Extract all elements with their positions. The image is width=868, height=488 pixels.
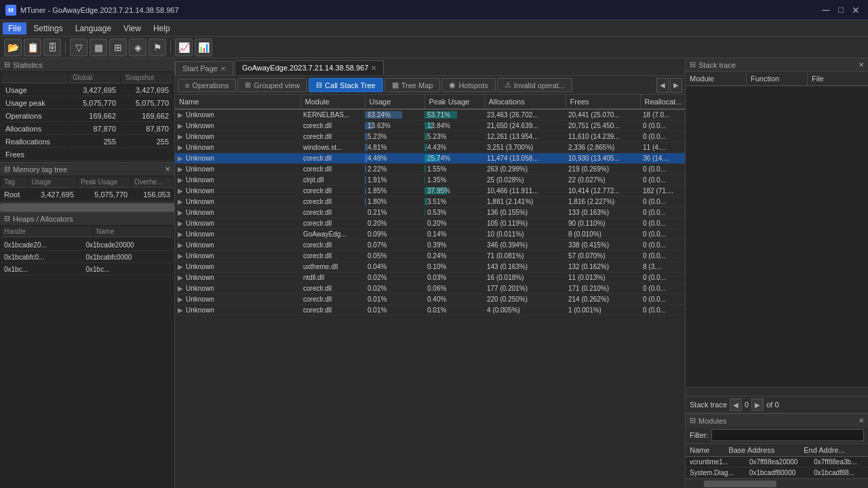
menu-settings[interactable]: Settings <box>28 22 68 35</box>
tab-main-file[interactable]: GoAwayEdge.2023.7.21.14.38.58.967 ✕ <box>235 60 384 75</box>
modules-filter-input[interactable] <box>711 429 865 441</box>
expand-arrow[interactable]: ▶ <box>178 230 186 238</box>
menu-file[interactable]: File <box>3 22 26 35</box>
stack-trace-next-btn[interactable]: ▶ <box>751 399 764 411</box>
tree-row[interactable]: ▶Unknown coreclr.dll 0.01% 0.40% 220 (0.… <box>175 294 685 305</box>
tag-scrollbar[interactable] <box>0 202 174 211</box>
tab-start-page[interactable]: Start Page ✕ <box>175 61 233 75</box>
navtab-call-stack-tree[interactable]: ⊟ Call Stack Tree <box>309 78 383 92</box>
expand-arrow[interactable]: ▶ <box>178 263 186 270</box>
tree-col-peak[interactable]: Peak Usage <box>425 95 484 109</box>
expand-arrow[interactable]: ▶ <box>178 122 186 129</box>
tree-row[interactable]: ▶Unknown coreclr.dll 0.02% 0.06% 177 (0.… <box>175 283 685 294</box>
expand-arrow[interactable]: ▶ <box>178 306 186 314</box>
filter-button[interactable]: ▽ <box>70 39 87 56</box>
tree-col-realloc[interactable]: Reallocat... <box>640 95 685 109</box>
st-col-module[interactable]: Module <box>686 72 747 85</box>
chart-line-button[interactable]: 📈 <box>175 39 193 56</box>
close-button[interactable]: ✕ <box>849 3 863 17</box>
tab-main-file-close[interactable]: ✕ <box>371 64 376 72</box>
tree-row[interactable]: ▶Unknown clrjit.dll 1.91% 1.35% 25 (0.02… <box>175 175 685 186</box>
tree-row[interactable]: ▶Unknown coreclr.dll 0.21% 0.53% 136 (0.… <box>175 207 685 218</box>
expand-arrow[interactable]: ▶ <box>178 241 186 249</box>
tree-row[interactable]: ▶Unknown ntdll.dll 0.02% 0.03% 16 (0.018… <box>175 272 685 283</box>
tree-row[interactable]: ▶Unknown coreclr.dll 2.22% 1.55% 263 (0.… <box>175 164 685 175</box>
grid-button[interactable]: ⊞ <box>109 39 127 56</box>
tab-start-page-close[interactable]: ✕ <box>220 65 226 73</box>
copy-button[interactable]: 📋 <box>24 39 41 56</box>
maximize-button[interactable]: □ <box>834 3 848 17</box>
table-button[interactable]: ▦ <box>90 39 107 56</box>
expand-arrow[interactable]: ▶ <box>178 296 186 303</box>
tree-row[interactable]: ▶Unknown coreclr.dll 1.80% 3.51% 1,881 (… <box>175 197 685 207</box>
module-row[interactable]: vcruntime1... 0x7ff88ea20000 0x7ff88ea3b… <box>686 457 868 468</box>
st-col-function[interactable]: Function <box>747 72 808 85</box>
modules-hscroll[interactable] <box>686 479 868 488</box>
expand-arrow[interactable]: ▶ <box>178 144 186 151</box>
expand-arrow[interactable]: ▶ <box>178 285 186 292</box>
tree-row[interactable]: ▶Unknown coreclr.dll 0.20% 0.20% 105 (0.… <box>175 218 685 229</box>
navtab-invalid-ops[interactable]: ⚠ Invalid operat... <box>497 78 572 92</box>
expand-arrow[interactable]: ▶ <box>178 155 186 162</box>
stack-trace-prev-btn[interactable]: ◀ <box>730 399 742 411</box>
statistics-header[interactable]: ⊟ Statistics <box>0 58 174 71</box>
tree-col-name[interactable]: Name <box>175 95 300 109</box>
tree-row[interactable]: ▶Unknown coreclr.dll 0.05% 0.24% 71 (0.0… <box>175 251 685 262</box>
tree-col-frees[interactable]: Frees <box>566 95 640 109</box>
modules-header[interactable]: ⊟ Modules ✕ <box>686 414 868 427</box>
heap-row[interactable]: 0x1bc... 0x1bc... <box>1 264 173 275</box>
expand-arrow[interactable]: ▶ <box>178 165 186 173</box>
module-row[interactable]: System.Diag... 0x1bcadf80000 0x1bcadf88.… <box>686 468 868 479</box>
tree-row[interactable]: ▶Unknown coreclr.dll 0.01% 0.01% 4 (0.00… <box>175 305 685 316</box>
modules-scroll[interactable]: vcruntime1... 0x7ff88ea20000 0x7ff88ea3b… <box>686 457 868 479</box>
expand-arrow[interactable]: ▶ <box>178 220 186 227</box>
expand-arrow[interactable]: ▶ <box>178 111 186 119</box>
heaps-header[interactable]: ⊟ Heaps / Allocators <box>0 212 174 225</box>
tree-row[interactable]: ▶Unknown coreclr.dll 4.48% 25.74% 11,474… <box>175 153 685 164</box>
modules-col-end[interactable]: End Addre... <box>800 444 868 457</box>
menu-view[interactable]: View <box>118 22 146 35</box>
heaps-scroll[interactable]: 0x1bcade20... 0x1bcade200000x1bcabfc0...… <box>0 239 174 488</box>
close-modules-icon[interactable]: ✕ <box>859 417 864 424</box>
navtab-tree-map[interactable]: ▦ Tree Map <box>384 78 441 92</box>
tree-row[interactable]: ▶Unknown uxtheme.dll 0.04% 0.10% 143 (0.… <box>175 262 685 272</box>
close-tag-tree-icon[interactable]: ✕ <box>165 165 170 173</box>
stack-trace-scrollbar[interactable] <box>686 387 868 396</box>
tree-row[interactable]: ▶Unknown coreclr.dll 5.23% 5.23% 12,261 … <box>175 131 685 142</box>
expand-arrow[interactable]: ▶ <box>178 133 186 140</box>
navtab-next-arrow[interactable]: ▶ <box>670 78 682 93</box>
navtab-hotspots[interactable]: ◉ Hotspots <box>441 78 495 92</box>
minimize-button[interactable]: ─ <box>819 3 833 17</box>
tag-row-root[interactable]: Root 3,427,695 5,075,770 156,053 <box>1 189 173 201</box>
flag-button[interactable]: ⚑ <box>149 39 166 56</box>
heap-row[interactable]: 0x1bcabfc0... 0x1bcabfc0000 <box>1 252 173 263</box>
navtab-operations[interactable]: ≡ Operations <box>178 79 236 92</box>
expand-arrow[interactable]: ▶ <box>178 176 186 184</box>
modules-col-name[interactable]: Name <box>686 444 724 457</box>
tree-row[interactable]: ▶Unknown coreclr.dll 1.85% 37.95% 10,466… <box>175 186 685 197</box>
database-button[interactable]: 🗄 <box>43 39 61 56</box>
tree-row[interactable]: ▶Unknown KERNELBAS... 63.24% 53.71% 23,4… <box>175 109 685 121</box>
navtab-grouped-view[interactable]: ⊞ Grouped view <box>237 78 307 92</box>
puzzle-button[interactable]: ◈ <box>129 39 146 56</box>
expand-arrow[interactable]: ▶ <box>178 252 186 260</box>
tree-row[interactable]: ▶Unknown windows.st... 4.81% 4.43% 3,251… <box>175 142 685 153</box>
tree-row[interactable]: ▶Unknown GoAwayEdg... 0.09% 0.14% 10 (0.… <box>175 229 685 240</box>
expand-arrow[interactable]: ▶ <box>178 274 186 281</box>
tree-row[interactable]: ▶Unknown coreclr.dll 0.07% 0.39% 346 (0.… <box>175 240 685 251</box>
close-stack-trace-icon[interactable]: ✕ <box>859 61 864 68</box>
tree-col-usage[interactable]: Usage <box>365 95 425 109</box>
open-button[interactable]: 📂 <box>4 39 22 56</box>
memory-tag-tree-header[interactable]: ⊟ Memory tag tree ✕ <box>0 163 174 176</box>
tree-col-module[interactable]: Module <box>300 95 365 109</box>
tree-col-alloc[interactable]: Allocations <box>484 95 566 109</box>
bar-chart-button[interactable]: 📊 <box>195 39 212 56</box>
st-col-file[interactable]: File <box>808 72 868 85</box>
heap-row[interactable]: 0x1bcade20... 0x1bcade20000 <box>1 240 173 251</box>
tree-row[interactable]: ▶Unknown coreclr.dll 13.63% 13.84% 21,65… <box>175 121 685 131</box>
expand-arrow[interactable]: ▶ <box>178 198 186 205</box>
tree-table-container[interactable]: Name Module Usage Peak Usage Allocations… <box>175 95 685 488</box>
modules-col-base[interactable]: Base Address <box>724 444 800 457</box>
expand-arrow[interactable]: ▶ <box>178 187 186 195</box>
menu-language[interactable]: Language <box>70 22 117 35</box>
